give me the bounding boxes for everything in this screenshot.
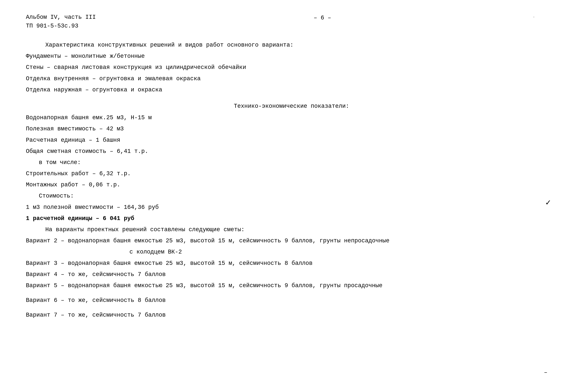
tei-title: Технико-экономические показатели: — [26, 101, 557, 111]
installation-works: Монтажных работ – 0,06 т.р. — [26, 180, 557, 190]
footnote-dash: – — [544, 369, 548, 376]
variant-2-continued: с колодцем ВК-2 — [130, 247, 557, 257]
exterior-finish: Отделка наружная – огрунтовка и окраска — [26, 85, 557, 95]
variants-intro: На варианты проектных решений составлены… — [45, 225, 557, 234]
tower-capacity: Водонапорная башня емк.25 м3, Н-15 м — [26, 113, 557, 123]
header-left: Альбом IV, часть III ТП 901-5-53с.93 — [26, 13, 96, 30]
construction-works: Строительных работ – 6,32 т.р. — [26, 169, 557, 178]
variant-6: Вариант 6 – то же, сейсмичность 8 баллов — [26, 296, 557, 305]
cost-label: Стоимость: — [39, 191, 557, 201]
characteristics-intro: Характеристика конструктивных решений и … — [45, 40, 557, 50]
variant-7: Вариант 7 – то же, сейсмичность 7 баллов — [26, 310, 557, 320]
including: в том числе: — [39, 158, 557, 168]
variant-5: Вариант 5 – водонапорная башня емкостью … — [26, 281, 557, 290]
variant-3: Вариант 3 – водонапорная башня емкостью … — [26, 258, 557, 268]
interior-finish: Отделка внутренняя – огрунтовка и эмалев… — [26, 74, 557, 84]
cost-per-unit: 1 расчетной единицы – 6 041 руб — [26, 214, 557, 224]
page-header: Альбом IV, часть III ТП 901-5-53с.93 – 6… — [26, 13, 557, 30]
total-cost: Общая сметная стоимость – 6,41 т.р. — [26, 146, 557, 156]
main-content: Характеристика конструктивных решений и … — [26, 40, 557, 320]
variant-4: Вариант 4 – то же, сейсмичность 7 баллов — [26, 270, 557, 280]
page: • Альбом IV, часть III ТП 901-5-53с.93 –… — [0, 0, 583, 392]
variant-2: Вариант 2 – водонапорная башня емкостью … — [26, 236, 557, 246]
document-number: ТП 901-5-53с.93 — [26, 22, 96, 30]
foundations: Фундаменты – монолитные ж/бетонные — [26, 51, 557, 61]
useful-capacity: Полезная вместимость – 42 м3 — [26, 124, 557, 134]
calculation-unit: Расчетная единица – 1 башня — [26, 135, 557, 145]
decoration-dot-top: • — [533, 16, 534, 18]
cost-per-m3: 1 м3 полезной вместимости – 164,36 руб — [26, 202, 557, 212]
page-number: – 6 – — [314, 14, 331, 21]
album-title: Альбом IV, часть III — [26, 13, 96, 22]
walls: Стены – сварная листовая конструкция из … — [26, 62, 557, 72]
checkmark: ✓ — [546, 198, 551, 208]
